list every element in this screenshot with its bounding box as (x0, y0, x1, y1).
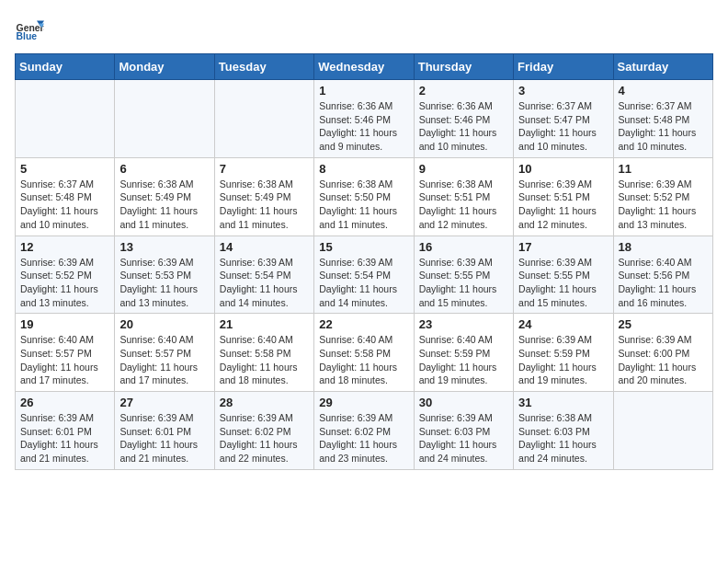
week-row-5: 26Sunrise: 6:39 AMSunset: 6:01 PMDayligh… (16, 392, 713, 470)
day-number: 7 (220, 162, 309, 176)
day-info: Sunrise: 6:39 AMSunset: 5:55 PMDaylight:… (419, 256, 508, 310)
day-number: 26 (20, 396, 109, 409)
day-info: Sunrise: 6:37 AMSunset: 5:48 PMDaylight:… (20, 178, 109, 232)
day-cell: 7Sunrise: 6:38 AMSunset: 5:49 PMDaylight… (214, 157, 313, 236)
day-cell (214, 80, 313, 158)
day-number: 29 (319, 396, 408, 409)
day-info: Sunrise: 6:38 AMSunset: 5:49 PMDaylight:… (119, 178, 209, 232)
day-number: 4 (619, 84, 708, 98)
svg-text:Blue: Blue (17, 31, 38, 41)
week-row-4: 19Sunrise: 6:40 AMSunset: 5:57 PMDayligh… (16, 314, 713, 392)
day-info: Sunrise: 6:37 AMSunset: 5:48 PMDaylight:… (619, 99, 708, 154)
day-cell: 16Sunrise: 6:39 AMSunset: 5:55 PMDayligh… (414, 236, 513, 314)
day-number: 13 (119, 240, 209, 254)
day-number: 30 (419, 396, 508, 409)
day-info: Sunrise: 6:36 AMSunset: 5:46 PMDaylight:… (419, 99, 508, 154)
day-info: Sunrise: 6:39 AMSunset: 5:51 PMDaylight:… (518, 178, 608, 232)
day-cell: 31Sunrise: 6:38 AMSunset: 6:03 PMDayligh… (514, 392, 613, 470)
day-info: Sunrise: 6:39 AMSunset: 6:02 PMDaylight:… (319, 411, 408, 465)
day-number: 20 (119, 317, 209, 331)
day-cell: 11Sunrise: 6:39 AMSunset: 5:52 PMDayligh… (613, 157, 712, 236)
day-info: Sunrise: 6:40 AMSunset: 5:56 PMDaylight:… (619, 256, 708, 310)
day-cell: 23Sunrise: 6:40 AMSunset: 5:59 PMDayligh… (414, 314, 513, 392)
day-number: 31 (518, 396, 608, 409)
day-cell: 25Sunrise: 6:39 AMSunset: 6:00 PMDayligh… (613, 314, 712, 392)
days-of-week-row: SundayMondayTuesdayWednesdayThursdayFrid… (16, 54, 713, 80)
calendar-body: 1Sunrise: 6:36 AMSunset: 5:46 PMDaylight… (16, 80, 713, 470)
day-info: Sunrise: 6:39 AMSunset: 5:59 PMDaylight:… (518, 333, 608, 387)
day-cell: 18Sunrise: 6:40 AMSunset: 5:56 PMDayligh… (613, 236, 712, 314)
day-cell (613, 392, 712, 470)
week-row-2: 5Sunrise: 6:37 AMSunset: 5:48 PMDaylight… (16, 157, 713, 236)
day-cell: 19Sunrise: 6:40 AMSunset: 5:57 PMDayligh… (16, 314, 115, 392)
week-row-3: 12Sunrise: 6:39 AMSunset: 5:52 PMDayligh… (16, 236, 713, 314)
day-info: Sunrise: 6:40 AMSunset: 5:58 PMDaylight:… (220, 333, 309, 387)
day-info: Sunrise: 6:40 AMSunset: 5:59 PMDaylight:… (419, 333, 508, 387)
day-number: 14 (220, 240, 309, 254)
day-cell: 22Sunrise: 6:40 AMSunset: 5:58 PMDayligh… (314, 314, 414, 392)
day-cell: 24Sunrise: 6:39 AMSunset: 5:59 PMDayligh… (514, 314, 613, 392)
day-cell: 29Sunrise: 6:39 AMSunset: 6:02 PMDayligh… (314, 392, 414, 470)
day-cell: 4Sunrise: 6:37 AMSunset: 5:48 PMDaylight… (613, 80, 712, 158)
day-number: 6 (119, 162, 209, 176)
day-number: 5 (20, 162, 109, 176)
day-info: Sunrise: 6:39 AMSunset: 5:54 PMDaylight:… (319, 256, 408, 310)
day-cell: 1Sunrise: 6:36 AMSunset: 5:46 PMDaylight… (314, 80, 414, 158)
day-info: Sunrise: 6:38 AMSunset: 5:51 PMDaylight:… (419, 178, 508, 232)
day-number: 25 (619, 317, 708, 331)
day-number: 21 (220, 317, 309, 331)
day-info: Sunrise: 6:38 AMSunset: 5:50 PMDaylight:… (319, 178, 408, 232)
day-number: 11 (619, 162, 708, 176)
day-info: Sunrise: 6:39 AMSunset: 5:53 PMDaylight:… (119, 256, 209, 310)
week-row-1: 1Sunrise: 6:36 AMSunset: 5:46 PMDaylight… (16, 80, 713, 158)
day-info: Sunrise: 6:39 AMSunset: 6:02 PMDaylight:… (220, 411, 309, 465)
day-number: 22 (319, 317, 408, 331)
day-header-tuesday: Tuesday (214, 54, 313, 80)
day-cell: 14Sunrise: 6:39 AMSunset: 5:54 PMDayligh… (214, 236, 313, 314)
day-info: Sunrise: 6:40 AMSunset: 5:57 PMDaylight:… (20, 333, 109, 387)
day-number: 27 (119, 396, 209, 409)
day-number: 19 (20, 317, 109, 331)
day-cell: 5Sunrise: 6:37 AMSunset: 5:48 PMDaylight… (16, 157, 115, 236)
logo: General Blue (15, 15, 44, 44)
day-cell: 12Sunrise: 6:39 AMSunset: 5:52 PMDayligh… (16, 236, 115, 314)
day-info: Sunrise: 6:39 AMSunset: 6:01 PMDaylight:… (20, 411, 109, 465)
day-cell: 9Sunrise: 6:38 AMSunset: 5:51 PMDaylight… (414, 157, 513, 236)
day-cell: 17Sunrise: 6:39 AMSunset: 5:55 PMDayligh… (514, 236, 613, 314)
logo-icon: General Blue (15, 15, 44, 44)
day-info: Sunrise: 6:39 AMSunset: 6:01 PMDaylight:… (119, 411, 209, 465)
calendar-table: SundayMondayTuesdayWednesdayThursdayFrid… (15, 53, 713, 470)
day-header-wednesday: Wednesday (314, 54, 414, 80)
day-info: Sunrise: 6:39 AMSunset: 5:52 PMDaylight:… (619, 178, 708, 232)
day-number: 12 (20, 240, 109, 254)
day-number: 9 (419, 162, 508, 176)
day-info: Sunrise: 6:38 AMSunset: 6:03 PMDaylight:… (518, 411, 608, 465)
day-header-monday: Monday (115, 54, 214, 80)
day-number: 8 (319, 162, 408, 176)
day-cell: 10Sunrise: 6:39 AMSunset: 5:51 PMDayligh… (514, 157, 613, 236)
day-cell (16, 80, 115, 158)
day-cell: 30Sunrise: 6:39 AMSunset: 6:03 PMDayligh… (414, 392, 513, 470)
day-info: Sunrise: 6:36 AMSunset: 5:46 PMDaylight:… (319, 99, 408, 154)
day-info: Sunrise: 6:39 AMSunset: 6:03 PMDaylight:… (419, 411, 508, 465)
day-header-saturday: Saturday (613, 54, 712, 80)
day-header-thursday: Thursday (414, 54, 513, 80)
day-info: Sunrise: 6:39 AMSunset: 5:55 PMDaylight:… (518, 256, 608, 310)
day-cell: 27Sunrise: 6:39 AMSunset: 6:01 PMDayligh… (115, 392, 214, 470)
calendar-header: SundayMondayTuesdayWednesdayThursdayFrid… (16, 54, 713, 80)
day-cell: 21Sunrise: 6:40 AMSunset: 5:58 PMDayligh… (214, 314, 313, 392)
day-info: Sunrise: 6:37 AMSunset: 5:47 PMDaylight:… (518, 99, 608, 154)
day-header-sunday: Sunday (16, 54, 115, 80)
day-cell: 2Sunrise: 6:36 AMSunset: 5:46 PMDaylight… (414, 80, 513, 158)
day-number: 1 (319, 84, 408, 98)
day-number: 28 (220, 396, 309, 409)
day-cell: 8Sunrise: 6:38 AMSunset: 5:50 PMDaylight… (314, 157, 414, 236)
page-header: General Blue (15, 15, 713, 44)
day-header-friday: Friday (514, 54, 613, 80)
day-cell: 6Sunrise: 6:38 AMSunset: 5:49 PMDaylight… (115, 157, 214, 236)
day-number: 17 (518, 240, 608, 254)
day-cell: 15Sunrise: 6:39 AMSunset: 5:54 PMDayligh… (314, 236, 414, 314)
day-info: Sunrise: 6:38 AMSunset: 5:49 PMDaylight:… (220, 178, 309, 232)
day-number: 24 (518, 317, 608, 331)
day-info: Sunrise: 6:39 AMSunset: 5:54 PMDaylight:… (220, 256, 309, 310)
